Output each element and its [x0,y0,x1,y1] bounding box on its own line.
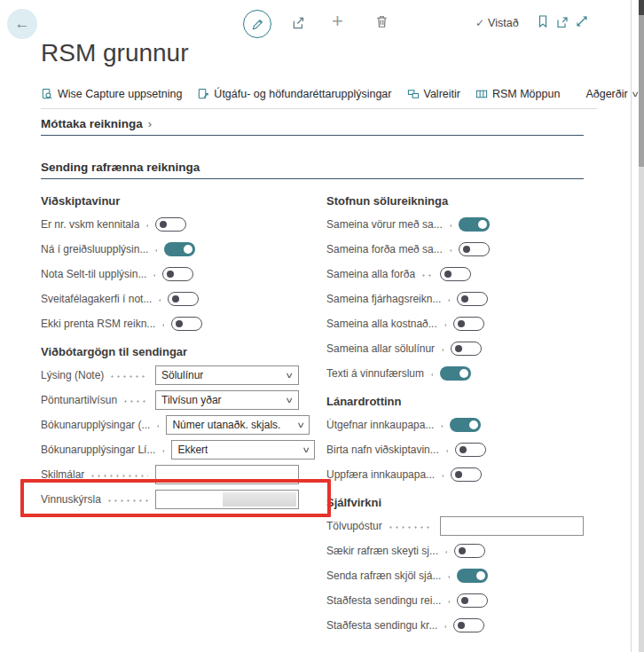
field-control [171,317,315,331]
delete-button[interactable] [374,14,389,29]
toggle-knob [463,246,470,253]
toggle-on[interactable] [450,418,481,432]
toggle-off[interactable] [457,292,488,306]
back-button[interactable]: ← [7,9,37,39]
action-label: RSM Möppun [492,88,560,100]
field-label: Sameina allar sölulínur [326,342,435,355]
field-label: Staðfesta sendingu rei... [326,594,441,607]
toggle-on[interactable] [164,242,195,256]
action-release-info[interactable]: Útgáfu- og höfundaréttarupplýsingar [197,88,391,100]
actions-menu-label: Aðgerðir [585,88,627,100]
toggle-off[interactable] [440,267,471,281]
toggle-off[interactable] [459,242,490,256]
select-value: Tilvísun yðar [161,394,222,406]
toggle-off[interactable] [455,443,486,457]
plus-icon: + [332,10,343,32]
field-label: Skilmálar [41,468,84,481]
action-rsm-mapping[interactable]: RSM Möppun [475,88,560,100]
fasttab-mottaka-reikninga[interactable]: Móttaka reikninga › [41,117,584,136]
toggle-off[interactable] [155,217,186,232]
toggle-off[interactable] [454,544,485,558]
field-row: Bókunarupplýsingar (...Númer utanaðk. sk… [41,412,299,437]
toggle-knob [459,369,468,378]
field-row: Nota Selt-til upplýsin... [41,262,299,287]
trash-icon [374,14,389,29]
dotted-leader [122,400,148,403]
dotted-leader [446,576,450,578]
toggle-knob [461,295,468,302]
text-field[interactable] [155,465,299,484]
field-row: Sameina alla forða [326,262,584,287]
field-row: Staðfesta sendingu kr... [326,613,584,638]
toggle-on[interactable] [440,366,471,381]
field-row: Ekki prenta RSM reikn... [41,311,299,336]
toggle-knob [476,571,485,580]
field-control [454,544,598,558]
field-label: Ekki prenta RSM reikn... [41,318,155,330]
field-control: Tilvísun yðar∨ [155,390,299,410]
form-column-left: ViðskiptavinurEr nr. vskm kennitalaNá í … [41,185,299,638]
toggle-on[interactable] [459,217,490,232]
group-header: Viðbótargögn til sendingar [41,344,299,359]
field-control [459,217,602,232]
dotted-leader [446,299,450,302]
save-status: ✓ Vistað [475,17,519,29]
field-row: Er nr. vskm kennitala [41,212,299,237]
expand-button[interactable] [575,14,589,28]
new-button[interactable]: + [332,12,343,31]
toggle-off[interactable] [162,267,193,281]
field-label: Sameina fjárhagsreikn... [326,293,441,305]
open-in-window-button[interactable] [555,15,569,29]
toggle-off[interactable] [453,618,484,632]
toggle-off[interactable] [451,342,482,356]
select-field[interactable]: Tilvísun yðar∨ [155,390,299,410]
action-bar: Wise Capture uppsetning Útgáfu- og höfun… [41,86,609,102]
action-option-fields[interactable]: Valreitir [407,88,460,100]
toggle-off[interactable] [168,292,199,306]
field-row: Tölvupóstur [326,514,584,538]
field-label: Tölvupóstur [326,520,382,532]
toggle-off[interactable] [171,317,202,331]
page-content: Móttaka reikninga › Sending rafrænna rei… [41,117,584,638]
toggle-off[interactable] [457,593,488,608]
field-label: Pöntunartilvísun [41,394,117,406]
back-arrow-icon: ← [15,15,30,33]
text-field[interactable] [155,490,299,509]
select-field[interactable]: Ekkert∨ [171,440,315,460]
field-control [457,593,601,608]
bookmark-button[interactable] [536,14,550,28]
dotted-leader [444,551,447,554]
action-wise-capture[interactable]: Wise Capture uppsetning [41,88,182,100]
toggle-off[interactable] [453,317,484,331]
select-field[interactable]: Sölulínur∨ [155,365,299,385]
field-label: Uppfæra innkaupapa... [326,468,435,481]
toggle-on[interactable] [457,569,488,583]
field-control [440,366,584,381]
dotted-leader [444,450,448,452]
field-control [155,465,299,484]
dotted-leader [106,499,148,502]
share-button[interactable] [291,15,307,31]
field-row: Vinnuskýrsla [41,487,299,512]
actionbar-underline [41,108,597,109]
mapping-table-icon [475,88,488,100]
dotted-leader [440,349,444,351]
field-control [459,242,602,256]
group-header: Stofnun sölureikninga [326,193,584,208]
field-row: Sækir rafræn skeyti sj... [326,538,584,563]
action-label: Wise Capture uppsetning [58,88,182,100]
edit-button[interactable] [243,10,271,38]
dotted-leader [443,625,446,628]
field-label: Texti á vinnufærslum [326,367,424,380]
fasttab-sending-rafraenna-reikninga[interactable]: Sending rafrænna reikninga [41,161,584,179]
field-control [455,443,599,457]
field-label: Nota Selt-til upplýsin... [41,268,146,280]
text-field[interactable] [440,516,584,536]
toggle-knob [444,271,452,278]
select-field[interactable]: Númer utanaðk. skjals.∨ [166,415,310,435]
scrollbar-thumb[interactable] [639,15,644,167]
toggle-knob [184,245,192,254]
dotted-leader [443,324,446,326]
form-column-right: Stofnun sölureikningaSameina vörur með s… [326,185,584,638]
toggle-off[interactable] [451,467,482,482]
